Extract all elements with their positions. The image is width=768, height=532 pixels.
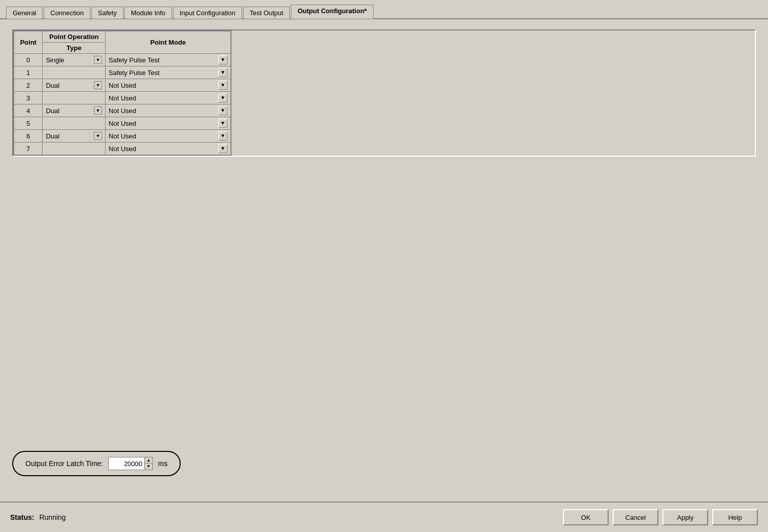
latch-input-container: ▲ ▼: [108, 457, 153, 470]
dialog: General Connection Safety Module Info In…: [0, 0, 768, 532]
latch-oval: Output Error Latch Time: ▲ ▼ ms: [12, 451, 181, 476]
dropdown-arrow-4[interactable]: ▼: [218, 106, 227, 115]
tab-input-config[interactable]: Input Configuration: [173, 7, 242, 19]
tab-connection[interactable]: Connection: [44, 7, 90, 19]
table-row: 0 Single ▼ Safety Pulse Test ▼: [14, 54, 231, 66]
table-row: 7 Not Used ▼: [14, 143, 231, 156]
op-arrow-2[interactable]: ▼: [94, 81, 102, 89]
config-table-wrapper: Point Point Operation Point Mode Type 0: [12, 29, 756, 157]
op-single: Single ▼: [43, 54, 106, 66]
latch-section: Output Error Latch Time: ▲ ▼ ms: [12, 451, 756, 476]
op-dual-6: Dual ▼: [43, 130, 106, 143]
tab-safety[interactable]: Safety: [91, 7, 123, 19]
point-3: 3: [14, 92, 43, 104]
dropdown-arrow-7[interactable]: ▼: [218, 144, 227, 153]
op-arrow-6[interactable]: ▼: [94, 132, 102, 140]
point-4: 4: [14, 104, 43, 117]
latch-increment-button[interactable]: ▲: [145, 457, 152, 464]
status-section: Status: Running: [10, 513, 563, 521]
content-area: Point Point Operation Point Mode Type 0: [0, 19, 768, 502]
tab-output-config[interactable]: Output Configuration*: [291, 5, 373, 19]
status-value: Running: [39, 513, 65, 521]
op-arrow-0[interactable]: ▼: [94, 56, 102, 64]
config-table: Point Point Operation Point Mode Type 0: [13, 30, 231, 156]
mode-3: Not Used ▼: [106, 92, 231, 104]
latch-spinner: ▲ ▼: [144, 457, 152, 470]
apply-button[interactable]: Apply: [662, 509, 708, 525]
dropdown-arrow-3[interactable]: ▼: [218, 93, 227, 102]
mode-5: Not Used ▼: [106, 117, 231, 130]
mode-0: Safety Pulse Test ▼: [106, 54, 231, 66]
col-point-mode-header: Point Mode: [106, 31, 231, 54]
op-1: [43, 66, 106, 79]
op-5: [43, 117, 106, 130]
mode-4: Not Used ▼: [106, 104, 231, 117]
mode-1: Safety Pulse Test ▼: [106, 66, 231, 79]
table-row: 2 Dual ▼ Not Used ▼: [14, 79, 231, 92]
dropdown-arrow-6[interactable]: ▼: [218, 131, 227, 140]
status-label: Status:: [10, 513, 34, 521]
point-2: 2: [14, 79, 43, 92]
dropdown-arrow-2[interactable]: ▼: [218, 81, 227, 90]
tab-bar: General Connection Safety Module Info In…: [0, 0, 768, 19]
point-7: 7: [14, 143, 43, 156]
ok-button[interactable]: OK: [563, 509, 609, 525]
op-3: [43, 92, 106, 104]
tab-test-output[interactable]: Test Output: [243, 7, 290, 19]
dropdown-arrow-1[interactable]: ▼: [218, 68, 227, 77]
latch-value-input[interactable]: [109, 459, 144, 469]
dropdown-arrow-0[interactable]: ▼: [218, 55, 227, 64]
help-button[interactable]: Help: [712, 509, 758, 525]
col-point-header: Point: [14, 31, 43, 54]
bottom-buttons: OK Cancel Apply Help: [563, 509, 758, 525]
point-6: 6: [14, 130, 43, 143]
mode-2: Not Used ▼: [106, 79, 231, 92]
table-row: 6 Dual ▼ Not Used ▼: [14, 130, 231, 143]
col-point-op-header: Point Operation: [43, 31, 106, 43]
mode-6: Not Used ▼: [106, 130, 231, 143]
dropdown-arrow-5[interactable]: ▼: [218, 119, 227, 128]
latch-decrement-button[interactable]: ▼: [145, 464, 152, 470]
point-0: 0: [14, 54, 43, 66]
table-row: 4 Dual ▼ Not Used ▼: [14, 104, 231, 117]
point-1: 1: [14, 66, 43, 79]
point-5: 5: [14, 117, 43, 130]
latch-unit: ms: [158, 459, 168, 468]
op-7: [43, 143, 106, 156]
tab-general[interactable]: General: [6, 7, 43, 19]
bottom-bar: Status: Running OK Cancel Apply Help: [0, 502, 768, 532]
tab-module-info[interactable]: Module Info: [124, 7, 172, 19]
table-row: 3 Not Used ▼: [14, 92, 231, 104]
col-type-header: Type: [43, 43, 106, 54]
op-dual-2: Dual ▼: [43, 79, 106, 92]
op-dual-4: Dual ▼: [43, 104, 106, 117]
mode-7: Not Used ▼: [106, 143, 231, 156]
table-row: 1 Safety Pulse Test ▼: [14, 66, 231, 79]
op-arrow-4[interactable]: ▼: [94, 107, 102, 115]
cancel-button[interactable]: Cancel: [613, 509, 658, 525]
latch-label: Output Error Latch Time:: [25, 459, 103, 468]
table-row: 5 Not Used ▼: [14, 117, 231, 130]
